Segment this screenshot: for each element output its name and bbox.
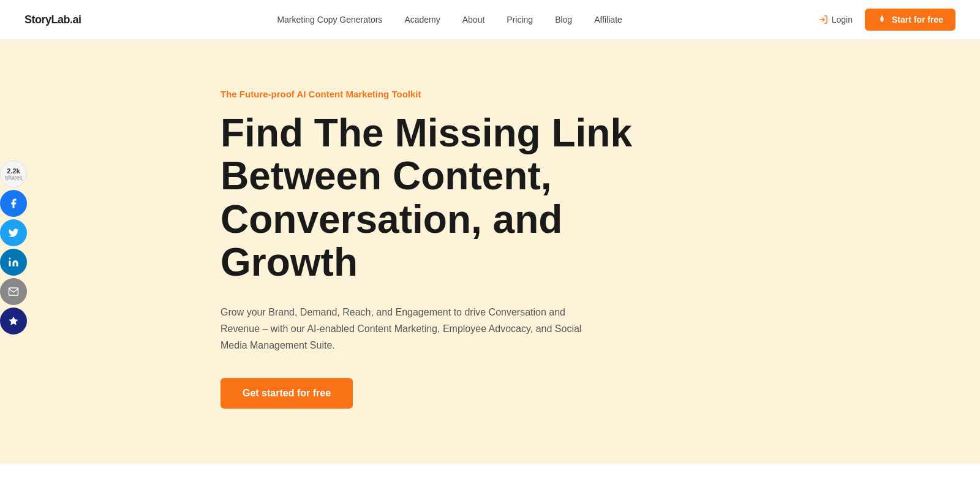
hero-section: The Future-proof AI Content Marketing To… [0,40,980,464]
start-for-free-button[interactable]: Start for free [865,9,956,31]
hero-description: Grow your Brand, Demand, Reach, and Enga… [221,304,600,354]
share-count-number: 2.2k [7,167,20,175]
email-icon [8,286,19,297]
share-count: 2.2k Shares [0,161,27,187]
nav-right: Login Start for free [818,9,956,31]
navbar: StoryLab.ai Marketing Copy Generators Ac… [0,0,980,40]
nav-links: Marketing Copy Generators Academy About … [277,15,622,25]
facebook-icon [8,198,19,209]
share-count-label: Shares [5,175,23,181]
linkedin-share-button[interactable] [0,249,27,276]
login-icon [818,15,828,25]
twitter-icon [8,227,19,238]
email-share-button[interactable] [0,278,27,305]
nav-pricing[interactable]: Pricing [507,15,533,25]
flame-icon [877,15,887,25]
linkedin-icon [8,257,19,268]
start-label: Start for free [892,15,943,25]
hero-cta-button[interactable]: Get started for free [221,378,353,409]
svg-point-0 [9,258,11,260]
svg-marker-1 [9,317,18,325]
nav-affiliate[interactable]: Affiliate [594,15,622,25]
facebook-share-button[interactable] [0,190,27,217]
nav-academy[interactable]: Academy [404,15,440,25]
hero-title: Find The Missing Link Between Content, C… [221,111,637,284]
nav-blog[interactable]: Blog [555,15,572,25]
hero-subtitle: The Future-proof AI Content Marketing To… [221,89,421,99]
login-label: Login [832,15,853,25]
nav-marketing-copy-generators[interactable]: Marketing Copy Generators [277,15,382,25]
brand-logo[interactable]: StoryLab.ai [24,13,81,26]
crown-share-button[interactable] [0,308,27,334]
features-section: Trusted by 80,000+ marketers And countin… [0,464,980,495]
nav-about[interactable]: About [462,15,485,25]
social-sidebar: 2.2k Shares [0,161,27,334]
login-link[interactable]: Login [818,15,853,25]
twitter-share-button[interactable] [0,219,27,246]
crown-icon [8,316,19,327]
